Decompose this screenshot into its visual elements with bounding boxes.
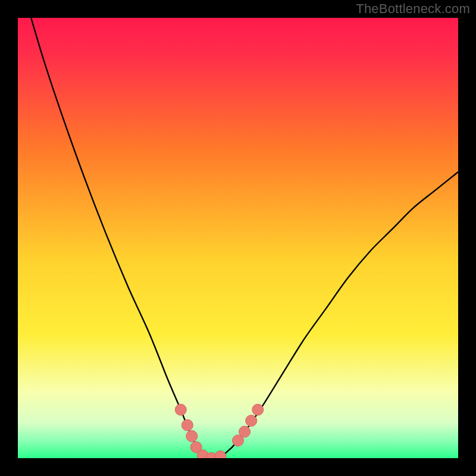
curve-layer: [18, 18, 458, 458]
bottleneck-curve: [31, 18, 458, 458]
plot-area: [18, 18, 458, 458]
watermark-label: TheBottleneck.com: [356, 1, 470, 17]
curve-marker: [246, 415, 257, 427]
curve-marker: [175, 404, 186, 415]
marker-group: [175, 404, 264, 458]
curve-marker: [252, 404, 264, 415]
curve-marker: [239, 426, 250, 437]
curve-marker: [181, 419, 193, 431]
curve-marker: [215, 451, 226, 458]
curve-marker: [186, 431, 198, 442]
chart-frame: TheBottleneck.com: [0, 0, 476, 476]
